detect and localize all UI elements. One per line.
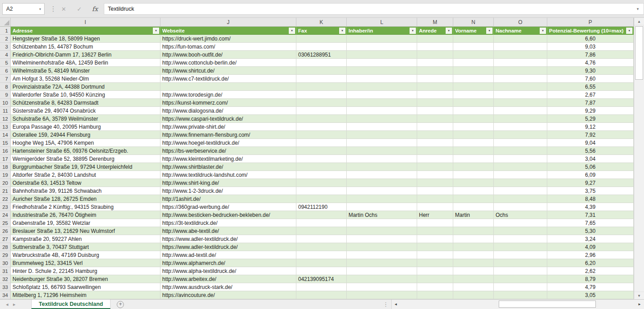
cell-I27[interactable]: Kampstraße 20, 59227 Ahlen [11,235,160,243]
cell-M27[interactable] [417,235,453,243]
cell-J3[interactable]: https://fun-tomas.com/ [160,43,296,51]
cell-I12[interactable]: Schulstraße 6A, 35789 Weilmünster [11,115,160,123]
vertical-scrollbar-thumb[interactable] [635,26,643,80]
cell-P7[interactable]: 7,60 [547,75,634,83]
cell-J23[interactable]: https://360grad-werbung.de/ [160,203,296,211]
row-number-25[interactable]: 25 [0,219,11,227]
cell-I28[interactable]: Suttnerstraße 3, 70437 Stuttgart [11,243,160,251]
cell-L9[interactable] [347,91,417,99]
cell-L26[interactable] [347,227,417,235]
cell-O19[interactable] [494,171,547,179]
cell-J5[interactable]: http://www.cottonclub-berlin.de/ [160,59,296,67]
cell-M30[interactable] [417,259,453,267]
cell-M29[interactable] [417,251,453,259]
filter-button-P[interactable]: ▾ [626,28,632,34]
cell-P16[interactable]: 5,56 [547,147,634,155]
horizontal-scrollbar-thumb[interactable] [499,301,596,308]
cell-P33[interactable]: 4,79 [547,283,634,291]
cell-J33[interactable]: http://www.ausdruck-stark.de/ [160,283,296,291]
cell-N22[interactable] [453,195,494,203]
cell-O13[interactable] [494,123,547,131]
sheet-tab-textildruck-deutschland[interactable]: Textildruck Deutschland [31,300,111,309]
cell-L22[interactable] [347,195,417,203]
cell-L27[interactable] [347,235,417,243]
cell-I5[interactable]: Wilhelminenhofstraße 48A, 12459 Berlin [11,59,160,67]
cell-M17[interactable] [417,155,453,163]
cell-O20[interactable] [494,179,547,187]
cell-I20[interactable]: Oderstraße 63, 14513 Teltow [11,179,160,187]
cell-M16[interactable] [417,147,453,155]
cell-J27[interactable]: https://www.adler-textildruck.de/ [160,235,296,243]
cell-O29[interactable] [494,251,547,259]
cell-M8[interactable] [417,83,453,91]
cell-L10[interactable] [347,99,417,107]
cell-P27[interactable]: 3,24 [547,235,634,243]
cell-N4[interactable] [453,51,494,59]
cell-J30[interactable]: http://www.alphamerch.de/ [160,259,296,267]
cell-M15[interactable] [417,139,453,147]
cell-M18[interactable] [417,163,453,171]
cell-J34[interactable]: https://avincouture.de/ [160,291,296,299]
cell-J18[interactable]: http://www.shirtblaster.de/ [160,163,296,171]
cell-I15[interactable]: Hooghe Weg 15A, 47906 Kempen [11,139,160,147]
cell-P11[interactable]: 9,29 [547,107,634,115]
cell-L8[interactable] [347,83,417,91]
horizontal-scrollbar[interactable]: ◄ ► [391,300,644,309]
cell-L4[interactable] [347,51,417,59]
cell-O3[interactable] [494,43,547,51]
cell-M4[interactable] [417,51,453,59]
cell-M5[interactable] [417,59,453,67]
cell-N3[interactable] [453,43,494,51]
scroll-left-icon[interactable]: ◄ [392,301,400,308]
cell-K3[interactable] [296,43,347,51]
insert-function-button[interactable]: fx [88,4,102,14]
formula-input[interactable]: Textildruck ▾ [104,3,644,15]
cell-K32[interactable]: 042139095174 [296,275,347,283]
cell-L7[interactable] [347,75,417,83]
cell-N32[interactable] [453,275,494,283]
filter-button-I[interactable]: ▾ [153,28,159,34]
cell-O26[interactable] [494,227,547,235]
cell-I10[interactable]: Schützenstraße 8, 64283 Darmstadt [11,99,160,107]
cell-N23[interactable] [453,203,494,211]
cell-J14[interactable]: http://www.finnemann-flensburg.com/ [160,131,296,139]
cell-I24[interactable]: Industriestraße 26, 76470 Ötigheim [11,211,160,219]
cell-K34[interactable] [296,291,347,299]
cell-K29[interactable] [296,251,347,259]
row-number-2[interactable]: 2 [0,35,11,43]
cell-P31[interactable]: 2,62 [547,267,634,275]
row-number-33[interactable]: 33 [0,283,11,291]
header-cell-L[interactable]: Inhaber/in▾ [347,27,417,35]
cell-K6[interactable] [296,67,347,75]
row-number-27[interactable]: 27 [0,235,11,243]
cell-P8[interactable]: 6,55 [547,83,634,91]
cell-J9[interactable]: http://www.torodesign.de/ [160,91,296,99]
cell-K31[interactable] [296,267,347,275]
header-cell-I[interactable]: Adresse▾ [11,27,160,35]
cell-N26[interactable] [453,227,494,235]
cell-I9[interactable]: Wallerdorfer Straße 10, 94550 Künzing [11,91,160,99]
cell-P19[interactable]: 6,09 [547,171,634,179]
cell-I17[interactable]: Wernigeröder Straße 52, 38895 Derenburg [11,155,160,163]
name-box-dropdown-icon[interactable]: ▾ [36,7,44,11]
cell-M9[interactable] [417,91,453,99]
column-header-K[interactable]: K [296,18,347,26]
cell-I6[interactable]: Wilhelmstraße 5, 48149 Münster [11,67,160,75]
cell-M7[interactable] [417,75,453,83]
scroll-down-icon[interactable]: ▼ [634,292,644,299]
cell-O21[interactable] [494,187,547,195]
cell-O34[interactable] [494,291,547,299]
cell-M20[interactable] [417,179,453,187]
cell-N21[interactable] [453,187,494,195]
cell-L14[interactable] [347,131,417,139]
cell-L25[interactable] [347,219,417,227]
cell-L20[interactable] [347,179,417,187]
cell-P32[interactable]: 8,79 [547,275,634,283]
cell-M10[interactable] [417,99,453,107]
cell-M13[interactable] [417,123,453,131]
cell-I32[interactable]: Neidenburger Straße 30, 28207 Bremen [11,275,160,283]
cell-O8[interactable] [494,83,547,91]
cell-N11[interactable] [453,107,494,115]
cell-O25[interactable] [494,219,547,227]
row-number-9[interactable]: 9 [0,91,11,99]
